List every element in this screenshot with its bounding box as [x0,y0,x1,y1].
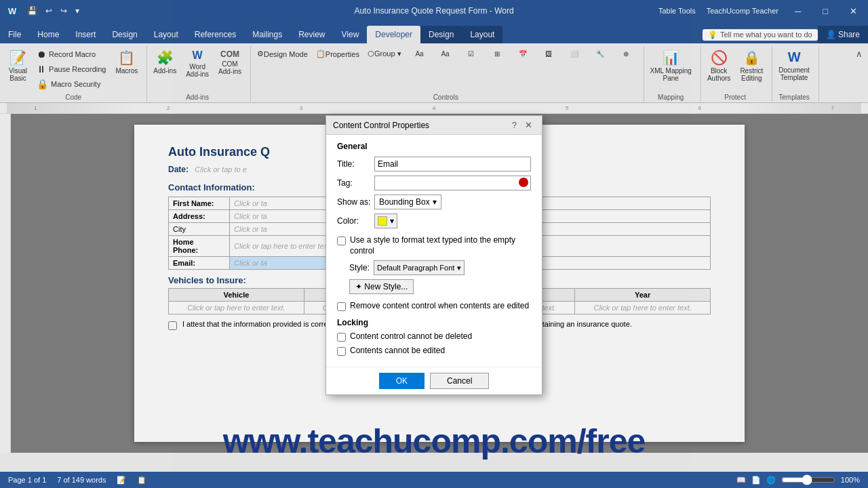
style-chevron-icon: ▾ [457,264,461,272]
cancel-button[interactable]: Cancel [430,373,489,389]
new-style-container: ✦ New Style... [349,279,531,294]
dialog-controls: ? ✕ [509,120,535,130]
words-status: 7 of 149 words [57,476,106,485]
show-as-select[interactable]: Bounding Box ▾ [374,195,441,209]
zoom-level: 100% [841,476,860,484]
status-left: Page 1 of 1 7 of 149 words 📝 📋 [8,476,146,485]
page-status: Page 1 of 1 [8,476,46,485]
chevron-down-icon: ▾ [433,197,437,207]
title-input[interactable] [374,157,531,171]
dialog-overlay: Content Control Properties ? ✕ General T… [0,0,868,488]
use-style-row: Use a style to format text typed into th… [337,235,531,256]
color-dropdown-icon: ▾ [390,216,394,226]
lock-delete-label: Content control cannot be deleted [350,331,472,341]
lock-edit-row: Contents cannot be edited [337,346,531,356]
dialog-title: Content Control Properties [333,121,429,130]
show-as-label: Show as: [337,197,374,207]
tag-field-label: Tag: [337,178,374,188]
color-label: Color: [337,216,374,226]
style-row: Style: Default Paragraph Font ▾ [349,260,531,275]
content-control-dialog: Content Control Properties ? ✕ General T… [326,115,542,395]
dialog-close-btn[interactable]: ✕ [522,120,535,130]
show-as-value: Bounding Box [379,197,430,207]
use-style-checkbox[interactable] [337,237,346,245]
use-style-label: Use a style to format text typed into th… [350,235,531,256]
dialog-title-bar: Content Control Properties ? ✕ [326,116,542,135]
tag-input[interactable] [374,176,531,190]
title-field-label: Title: [337,159,374,169]
print-layout-btn[interactable]: 📄 [751,476,761,485]
style-select[interactable]: Default Paragraph Font ▾ [374,260,465,275]
show-as-row: Show as: Bounding Box ▾ [337,195,531,209]
remove-control-label: Remove content control when contents are… [350,301,529,310]
style-value: Default Paragraph Font [377,264,454,272]
color-swatch [378,216,387,226]
ok-button[interactable]: OK [379,373,425,389]
lock-delete-checkbox[interactable] [337,333,346,342]
dialog-help-btn[interactable]: ? [509,120,519,130]
lock-delete-row: Content control cannot be deleted [337,331,531,342]
status-right: 📖 📄 🌐 100% [736,474,860,485]
tag-error-indicator [519,178,528,187]
read-mode-btn[interactable]: 📖 [736,476,746,485]
new-style-btn[interactable]: ✦ New Style... [349,279,414,294]
color-row: Color: ▾ [337,214,531,228]
title-row: Title: [337,157,531,171]
dialog-body: General Title: Tag: Show as: Bounding Bo… [326,135,542,367]
track-changes-icon: 📋 [137,476,146,485]
style-label: Style: [349,263,370,272]
web-layout-btn[interactable]: 🌐 [766,476,776,485]
lock-edit-label: Contents cannot be edited [350,346,445,355]
general-heading: General [337,142,531,151]
locking-heading: Locking [337,318,531,327]
lock-edit-checkbox[interactable] [337,347,346,356]
tag-row: Tag: [337,176,531,190]
color-selector[interactable]: ▾ [374,214,397,228]
language-icon: 📝 [117,476,126,485]
remove-control-checkbox[interactable] [337,302,346,311]
dialog-buttons: OK Cancel [326,367,542,394]
status-bar: Page 1 of 1 7 of 149 words 📝 📋 📖 📄 🌐 100… [0,472,868,488]
remove-control-row: Remove content control when contents are… [337,301,531,311]
zoom-slider[interactable] [781,474,835,485]
